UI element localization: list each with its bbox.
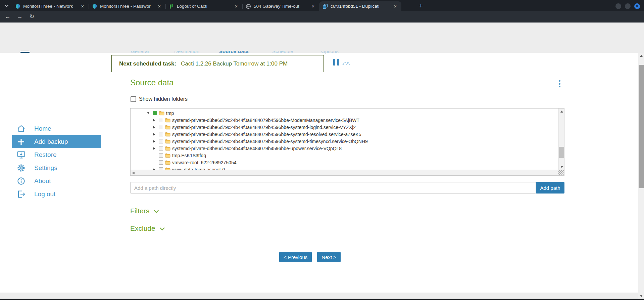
- show-hidden-folders-label: Show hidden folders: [139, 96, 188, 102]
- filters-section-toggle[interactable]: Filters: [130, 207, 159, 215]
- browser-tab[interactable]: 504 Gateway Time-out×: [242, 1, 319, 11]
- browser-tab[interactable]: MonitorsThree - Passwor×: [89, 1, 165, 11]
- tree-node-checkbox[interactable]: [159, 118, 163, 122]
- tab-close-button[interactable]: ×: [157, 4, 162, 9]
- expand-arrow-icon[interactable]: [153, 140, 155, 143]
- scroll-down-button[interactable]: [559, 164, 564, 170]
- tree-row[interactable]: systemd-private-d3be6d79c24b44f0a8484079…: [131, 124, 558, 131]
- expand-arrow-icon[interactable]: [153, 133, 155, 136]
- add-path-input[interactable]: [130, 182, 536, 194]
- previous-button[interactable]: < Previous: [279, 252, 312, 262]
- tree-row[interactable]: systemd-private-d3be6d79c24b44f0a8484079…: [131, 131, 558, 138]
- scroll-right-button[interactable]: [131, 170, 136, 176]
- show-hidden-folders-checkbox[interactable]: [131, 96, 136, 102]
- tree-row[interactable]: tmp: [131, 110, 558, 117]
- folder-icon: [165, 153, 170, 158]
- tab-close-button[interactable]: ×: [393, 4, 398, 9]
- sidebar-item-add-backup[interactable]: Add backup: [12, 135, 101, 148]
- sidebar-item-home[interactable]: Home: [12, 122, 101, 135]
- tab-search-button[interactable]: [3, 2, 11, 9]
- scroll-down-button[interactable]: [638, 293, 644, 299]
- sidebar-item-about[interactable]: About: [12, 174, 101, 187]
- globe-icon: [246, 4, 251, 9]
- tab-close-button[interactable]: ×: [80, 4, 85, 9]
- tree-node-checkbox[interactable]: [159, 146, 163, 151]
- tree-node-label[interactable]: systemd-private-d3be6d79c24b44f0a8484079…: [172, 118, 359, 123]
- exclude-section-toggle[interactable]: Exclude: [130, 224, 165, 232]
- sidebar-item-log-out[interactable]: Log out: [12, 187, 101, 201]
- tree-node-label[interactable]: tmp: [166, 111, 174, 116]
- page-title: Source data: [130, 78, 174, 87]
- tree-row[interactable]: systemd-private-d3be6d79c24b44f0a8484079…: [131, 117, 558, 124]
- browser-tab[interactable]: Logout of Cacti×: [165, 1, 242, 11]
- tree-node-checkbox[interactable]: [159, 153, 163, 158]
- expand-arrow-icon[interactable]: [153, 119, 155, 122]
- expand-arrow-icon[interactable]: [153, 147, 155, 150]
- tree-node-checkbox[interactable]: [159, 125, 163, 129]
- forward-button[interactable]: →: [15, 12, 24, 21]
- resize-grip[interactable]: [558, 170, 564, 175]
- folder-icon: [165, 160, 170, 165]
- tab-title: MonitorsThree - Network: [23, 4, 77, 9]
- tab-close-button[interactable]: ×: [310, 4, 316, 9]
- shield-icon: [92, 4, 97, 9]
- wizard-tab-general[interactable]: General: [131, 51, 149, 54]
- os-taskbar-edge: [0, 299, 644, 300]
- scroll-up-button[interactable]: [559, 109, 564, 114]
- tree-node-checkbox[interactable]: [159, 160, 163, 165]
- tree-node-checkbox[interactable]: [159, 167, 163, 170]
- tree-node-checkbox[interactable]: [153, 111, 157, 115]
- tree-node-label[interactable]: systemd-private-d3be6d79c24b44f0a8484079…: [172, 139, 368, 144]
- collapse-arrow-icon[interactable]: [147, 112, 150, 114]
- plus-icon: [17, 137, 26, 146]
- expand-arrow-icon[interactable]: [153, 126, 155, 129]
- window-minimize-button[interactable]: [615, 3, 621, 9]
- folder-icon: [159, 111, 164, 116]
- sidebar-item-label: Restore: [34, 151, 57, 159]
- page-vertical-scrollbar[interactable]: [638, 53, 644, 299]
- browser-tab[interactable]: c6f014fbbd51 - Duplicati×: [319, 1, 401, 11]
- browser-tab[interactable]: MonitorsThree - Network×: [12, 1, 89, 11]
- wizard-tab-destination[interactable]: Destination: [174, 51, 199, 54]
- wizard-tab-source-data[interactable]: Source Data: [219, 51, 249, 54]
- scrollbar-thumb[interactable]: [559, 147, 564, 158]
- wizard-tab-options[interactable]: Options: [321, 51, 339, 54]
- tree-row[interactable]: systemd-private-d3be6d79c24b44f0a8484079…: [131, 145, 558, 152]
- folder-icon: [165, 139, 170, 144]
- next-button[interactable]: Next >: [317, 252, 341, 262]
- back-button[interactable]: ←: [3, 12, 12, 21]
- add-path-button[interactable]: Add path: [536, 182, 564, 194]
- next-scheduled-task-banner: Next scheduled task: Cacti 1.2.26 Backup…: [111, 55, 324, 72]
- tree-node-label[interactable]: vmware-root_622-2689275054: [172, 160, 236, 165]
- tree-vertical-scrollbar[interactable]: [558, 109, 564, 170]
- scroll-up-button[interactable]: [638, 53, 644, 58]
- scrollbar-thumb[interactable]: [639, 65, 644, 188]
- new-tab-button[interactable]: +: [417, 2, 425, 10]
- tree-node-checkbox[interactable]: [159, 132, 163, 136]
- sidebar-item-restore[interactable]: Restore: [12, 148, 101, 161]
- tree-row[interactable]: systemd-private-d3be6d79c24b44f0a8484079…: [131, 138, 558, 145]
- tree-node-label[interactable]: systemd-private-d3be6d79c24b44f0a8484079…: [172, 125, 356, 130]
- tab-close-button[interactable]: ×: [234, 4, 239, 9]
- throttle-gauge-icon[interactable]: [342, 59, 351, 66]
- tree-node-label[interactable]: systemd-private-d3be6d79c24b44f0a8484079…: [172, 132, 361, 137]
- tree-node-checkbox[interactable]: [159, 139, 163, 143]
- tree-row[interactable]: vmware-root_622-2689275054: [131, 159, 558, 166]
- filters-label: Filters: [130, 207, 149, 215]
- folder-icon: [165, 167, 170, 170]
- source-options-menu-button[interactable]: [557, 80, 562, 89]
- tree-horizontal-scrollbar[interactable]: [131, 170, 559, 175]
- tree-node-label[interactable]: systemd-private-d3be6d79c24b44f0a8484079…: [172, 146, 342, 151]
- pause-icon[interactable]: [333, 59, 341, 66]
- tree-node-label[interactable]: tmp.EsK1S3tfdg: [172, 153, 206, 158]
- reload-button[interactable]: ↻: [28, 12, 36, 21]
- tree-row[interactable]: www-data-temp-aspnet-0: [131, 166, 558, 170]
- tree-node-label[interactable]: www-data-temp-aspnet-0: [172, 167, 225, 170]
- tree-row[interactable]: tmp.EsK1S3tfdg: [131, 152, 558, 159]
- sidebar-item-settings[interactable]: Settings: [12, 161, 101, 174]
- window-maximize-button[interactable]: [625, 3, 631, 9]
- window-controls: ✕: [615, 3, 640, 9]
- wizard-tab-schedule[interactable]: Schedule: [272, 51, 293, 54]
- sidebar: HomeAdd backupRestoreSettingsAboutLog ou…: [0, 53, 104, 293]
- window-close-button[interactable]: ✕: [634, 3, 640, 9]
